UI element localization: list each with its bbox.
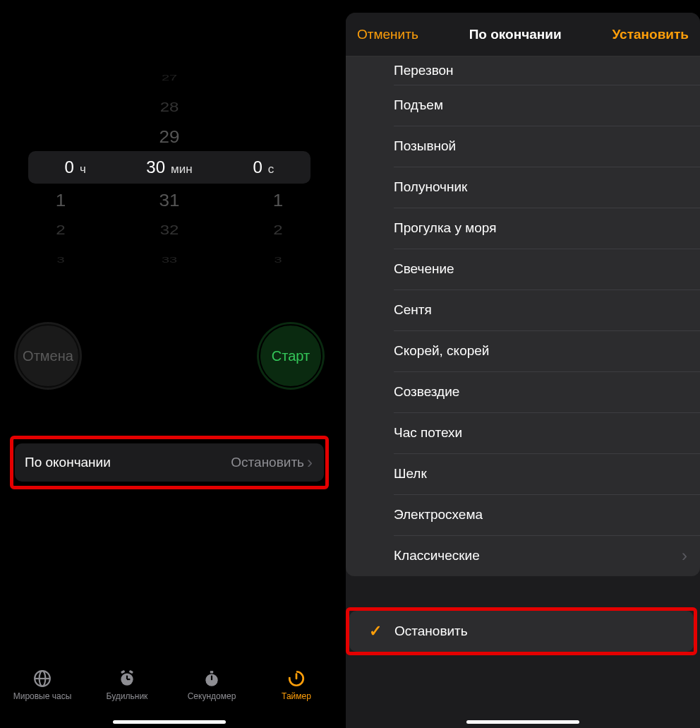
when-timer-ends-highlight: По окончании Остановить › bbox=[10, 436, 329, 489]
chevron-right-icon: › bbox=[307, 454, 313, 471]
tab-timer[interactable]: Таймер bbox=[258, 669, 335, 701]
stopwatch-icon bbox=[202, 669, 222, 688]
svg-rect-4 bbox=[121, 670, 125, 674]
when-timer-ends-row[interactable]: По окончании Остановить › bbox=[15, 443, 324, 482]
when-ends-value: Остановить › bbox=[231, 454, 313, 471]
list-item[interactable]: Час потехи bbox=[346, 412, 700, 453]
stop-playing-row[interactable]: ✓ Остановить bbox=[349, 611, 694, 652]
list-item[interactable]: Прогулка у моря bbox=[346, 208, 700, 249]
classic-row[interactable]: Классические › bbox=[346, 535, 700, 576]
list-item[interactable]: Свечение bbox=[346, 249, 700, 290]
stop-playing-highlight: ✓ Остановить bbox=[346, 607, 697, 655]
list-item[interactable]: Позывной bbox=[346, 126, 700, 167]
tab-alarm[interactable]: Будильник bbox=[88, 669, 166, 701]
list-item[interactable]: Подъем bbox=[346, 85, 700, 126]
list-item[interactable]: Сентя bbox=[346, 290, 700, 330]
sheet-title: По окончании bbox=[469, 27, 562, 42]
globe-icon bbox=[32, 669, 52, 688]
home-indicator[interactable] bbox=[113, 720, 226, 724]
svg-rect-9 bbox=[210, 671, 213, 673]
picker-selection-row: 0 ч 30 мин 0 с bbox=[28, 151, 310, 184]
sound-picker-sheet: Отменить По окончании Установить Перезво… bbox=[346, 13, 700, 728]
sounds-list[interactable]: Перезвон Подъем Позывной Полуночник Прог… bbox=[346, 56, 700, 576]
tab-world-clock[interactable]: Мировые часы bbox=[4, 669, 81, 701]
minutes-selected: 30 мин bbox=[127, 157, 212, 177]
list-item[interactable]: Скорей, скорей bbox=[346, 330, 700, 371]
list-item[interactable]: Электросхема bbox=[346, 494, 700, 535]
when-ends-label: По окончании bbox=[25, 455, 111, 470]
seconds-selected: 0 с bbox=[221, 157, 306, 177]
tab-stopwatch[interactable]: Секундомер bbox=[173, 669, 251, 701]
chevron-right-icon: › bbox=[682, 546, 687, 566]
list-item[interactable]: Перезвон bbox=[346, 56, 700, 85]
timer-icon bbox=[286, 669, 306, 688]
sheet-header: Отменить По окончании Установить bbox=[346, 13, 700, 56]
start-button[interactable]: Старт bbox=[257, 322, 325, 390]
timer-screen: 1 2 3 27 28 29 31 32 33 1 2 bbox=[0, 0, 339, 728]
sheet-set-button[interactable]: Установить bbox=[612, 27, 689, 42]
sound-picker-screen: Отменить По окончании Установить Перезво… bbox=[339, 0, 700, 728]
tab-bar: Мировые часы Будильник Секундомер Таймер bbox=[0, 663, 339, 721]
list-item[interactable]: Полуночник bbox=[346, 167, 700, 208]
list-item[interactable]: Шелк bbox=[346, 453, 700, 494]
alarm-icon bbox=[117, 669, 137, 688]
home-indicator[interactable] bbox=[466, 720, 579, 724]
cancel-button[interactable]: Отмена bbox=[14, 322, 82, 390]
checkmark-icon: ✓ bbox=[369, 622, 382, 640]
sheet-cancel-button[interactable]: Отменить bbox=[357, 27, 418, 42]
control-buttons: Отмена Старт bbox=[0, 322, 339, 390]
list-item[interactable]: Созвездие bbox=[346, 371, 700, 412]
svg-rect-5 bbox=[129, 670, 133, 674]
hours-selected: 0 ч bbox=[33, 157, 118, 177]
